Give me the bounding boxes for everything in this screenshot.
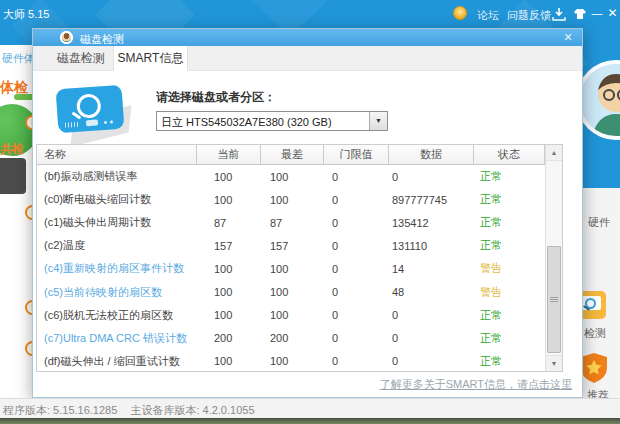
cell-worst: 100	[261, 355, 324, 367]
disk-led-dot	[104, 121, 107, 124]
disk-icon-body	[56, 85, 125, 133]
tab-smart-info[interactable]: SMART信息	[113, 46, 188, 71]
scroll-down-icon[interactable]: ▼	[546, 355, 562, 371]
col-header-status: 状态	[474, 145, 545, 164]
feedback-link[interactable]: 问题反馈	[507, 8, 551, 23]
cell-worst: 200	[261, 332, 324, 344]
window-title: 大师 5.15	[3, 7, 49, 22]
dialog-close-icon[interactable]: ✕	[561, 30, 575, 45]
col-header-current: 当前	[197, 145, 261, 164]
cell-worst: 100	[261, 194, 324, 206]
forum-link[interactable]: 论坛	[477, 8, 499, 23]
smart-attr-link[interactable]: (c5)当前待映射的扇区数	[37, 285, 197, 300]
smart-attr-link[interactable]: (c7)Ultra DMA CRC 错误计数	[37, 331, 197, 346]
recommend-shield-icon[interactable]	[579, 352, 609, 384]
cell-threshold: 0	[324, 355, 389, 367]
smart-info-more-link[interactable]: 了解更多关于SMART信息，请点击这里	[380, 377, 572, 392]
cell-current: 87	[197, 217, 261, 229]
program-version: 程序版本: 5.15.16.1285	[3, 404, 117, 416]
download-icon[interactable]	[552, 7, 566, 25]
cell-data: 897777745	[389, 194, 474, 206]
chevron-down-icon[interactable]: ▼	[369, 112, 387, 130]
cell-threshold: 0	[324, 240, 389, 252]
smart-table: 名称 当前 最差 门限值 数据 状态 (bf)振动感测错误率 100 100 0…	[36, 144, 563, 372]
cell-worst: 157	[261, 240, 324, 252]
col-header-name: 名称	[37, 145, 197, 164]
status-badge: 正常	[474, 308, 545, 323]
skin-icon[interactable]	[573, 7, 587, 25]
cell-threshold: 0	[324, 286, 389, 298]
cell-data: 0	[389, 309, 474, 321]
table-row[interactable]: (c5)当前待映射的扇区数 100 100 0 48 警告	[37, 280, 545, 303]
cell-worst: 100	[261, 171, 324, 183]
cell-data: 131110	[389, 240, 474, 252]
smart-table-header: 名称 当前 最差 门限值 数据 状态	[37, 145, 562, 165]
cell-threshold: 0	[324, 171, 389, 183]
disk-detect-dialog: 磁盘检测 ✕ 磁盘检测 SMART信息 请选择磁盘或者分区： 日立 HTS545…	[32, 28, 583, 398]
dialog-header: 磁盘检测 ✕	[33, 29, 582, 46]
table-row[interactable]: (c1)磁头伸出周期计数 87 87 0 135412 正常	[37, 211, 545, 234]
cell-threshold: 0	[324, 217, 389, 229]
table-row[interactable]: (c4)重新映射的扇区事件计数 100 100 0 14 警告	[37, 257, 545, 280]
table-row[interactable]: (c0)断电磁头缩回计数 100 100 0 897777745 正常	[37, 188, 545, 211]
cell-current: 100	[197, 309, 261, 321]
tooltip-fragment	[0, 158, 26, 194]
disk-button-detail	[86, 119, 98, 126]
smart-attr-name: (c6)脱机无法校正的扇区数	[37, 308, 197, 323]
status-badge: 正常	[474, 192, 545, 207]
status-badge: 警告	[474, 285, 545, 300]
scroll-up-icon[interactable]: ▲	[546, 145, 562, 161]
thumb-grip	[550, 297, 558, 302]
table-scrollbar[interactable]: ▲ ▼	[545, 145, 562, 371]
table-row[interactable]: (c6)脱机无法校正的扇区数 100 100 0 0 正常	[37, 304, 545, 327]
status-badge: 正常	[474, 331, 545, 346]
minimize-button[interactable]: —	[591, 6, 603, 20]
smart-attr-name: (c1)磁头伸出周期计数	[37, 215, 197, 230]
background-nav-tab[interactable]: 硬件体检	[2, 51, 32, 66]
cell-worst: 100	[261, 286, 324, 298]
cell-worst: 100	[261, 309, 324, 321]
cell-data: 135412	[389, 217, 474, 229]
version-info: 程序版本: 5.15.16.1285 主设备库版本: 4.2.0.1055	[3, 403, 265, 418]
cell-threshold: 0	[324, 194, 389, 206]
medal-icon[interactable]	[453, 6, 467, 20]
table-row[interactable]: (c2)温度 157 157 0 131110 正常	[37, 234, 545, 257]
disk-vents	[65, 122, 78, 128]
status-badge: 警告	[474, 261, 545, 276]
cell-current: 100	[197, 286, 261, 298]
table-row[interactable]: (df)磁头伸出 / 缩回重试计数 100 100 0 0 正常	[37, 350, 545, 371]
table-row[interactable]: (bf)振动感测错误率 100 100 0 0 正常	[37, 165, 545, 188]
app-logo-icon	[60, 31, 73, 44]
cell-threshold: 0	[324, 332, 389, 344]
dialog-tabbar: 磁盘检测 SMART信息	[33, 46, 582, 71]
col-header-data: 数据	[389, 145, 474, 164]
table-row[interactable]: (c7)Ultra DMA CRC 错误计数 200 200 0 0 正常	[37, 327, 545, 350]
cell-data: 0	[389, 332, 474, 344]
smart-table-body: (bf)振动感测错误率 100 100 0 0 正常 (c0)断电磁头缩回计数 …	[37, 165, 545, 371]
cell-data: 48	[389, 286, 474, 298]
my-hardware-label[interactable]: 硬件	[588, 215, 610, 230]
disk-led-dot	[110, 120, 113, 123]
device-db-version: 主设备库版本: 4.2.0.1055	[130, 404, 254, 416]
hardware-detect-label[interactable]: 检测	[584, 326, 606, 341]
app-window: 大师 5.15 论坛 问题反馈 — ✕ 硬件体检 体检 共检 ! ! ! ! 硬…	[0, 0, 620, 424]
cell-current: 100	[197, 263, 261, 275]
scan-summary-text: 共检	[0, 141, 24, 158]
smart-attr-name: (c2)温度	[37, 238, 197, 253]
col-header-threshold: 门限值	[324, 145, 389, 164]
close-button[interactable]: ✕	[606, 5, 619, 21]
tab-disk-detect[interactable]: 磁盘检测	[49, 46, 113, 71]
cell-data: 0	[389, 171, 474, 183]
disk-select-dropdown[interactable]: 日立 HTS545032A7E380 (320 GB) ▼	[156, 111, 388, 131]
disk-select-label: 请选择磁盘或者分区：	[156, 89, 276, 106]
status-bar: 程序版本: 5.15.16.1285 主设备库版本: 4.2.0.1055	[0, 398, 620, 418]
progress-pill	[14, 94, 32, 100]
status-badge: 正常	[474, 215, 545, 230]
dialog-title: 磁盘检测	[80, 32, 124, 47]
scrollbar-thumb[interactable]	[547, 246, 561, 353]
cell-data: 0	[389, 355, 474, 367]
cell-threshold: 0	[324, 263, 389, 275]
cell-worst: 100	[261, 263, 324, 275]
col-header-worst: 最差	[261, 145, 324, 164]
smart-attr-link[interactable]: (c4)重新映射的扇区事件计数	[37, 261, 197, 276]
